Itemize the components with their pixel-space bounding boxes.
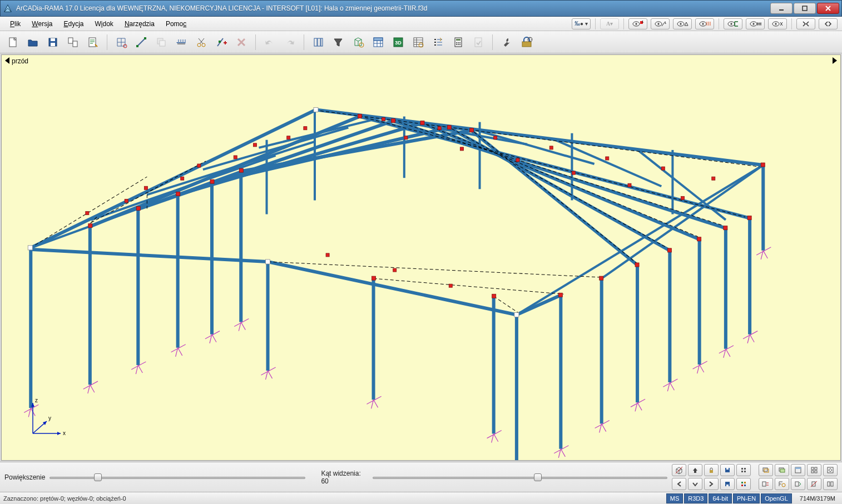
expand-button[interactable]: [819, 18, 838, 29]
filter-button[interactable]: [330, 34, 346, 51]
svg-rect-22: [51, 38, 55, 41]
menu-widok[interactable]: Widok: [90, 18, 119, 30]
svg-rect-216: [516, 158, 519, 162]
menu-wersja[interactable]: Wersja: [26, 18, 58, 30]
zoom-slider[interactable]: [49, 472, 305, 482]
svg-rect-191: [635, 263, 639, 267]
view-save-button[interactable]: [720, 464, 735, 476]
svg-rect-184: [447, 126, 451, 129]
3d-view-button[interactable]: 3D: [390, 34, 407, 51]
svg-line-170: [750, 335, 754, 342]
svg-point-47: [456, 42, 457, 43]
add-node-button[interactable]: [213, 34, 230, 51]
view-up-button[interactable]: [688, 464, 702, 476]
menu-plik[interactable]: Plik: [4, 18, 26, 30]
svg-rect-219: [681, 196, 684, 199]
svg-rect-179: [239, 168, 243, 172]
svg-line-152: [561, 449, 565, 457]
view-window-button[interactable]: [791, 464, 805, 476]
results-button[interactable]: [470, 34, 487, 51]
view-left-button[interactable]: [672, 478, 686, 490]
svg-line-91: [471, 131, 637, 265]
text-style-button[interactable]: A▾: [600, 18, 619, 29]
svg-rect-210: [125, 199, 128, 202]
load-combo-button[interactable]: ‰ ● ▾: [572, 18, 591, 29]
svg-line-146: [494, 434, 498, 442]
view-e-button[interactable]: [823, 478, 838, 490]
view-max-button[interactable]: [823, 464, 838, 476]
copy-button[interactable]: [153, 34, 170, 51]
open-file-button[interactable]: [24, 34, 41, 51]
minimize-button[interactable]: [770, 3, 793, 14]
svg-rect-236: [741, 468, 743, 470]
svg-rect-174: [28, 246, 32, 250]
properties-button[interactable]: [410, 34, 427, 51]
svg-rect-262: [828, 482, 830, 486]
delete-button[interactable]: [233, 34, 250, 51]
view-sections-button[interactable]: [724, 18, 742, 29]
viewport-3d[interactable]: przód: [1, 54, 841, 461]
view-c-button[interactable]: [791, 478, 805, 490]
groups-button[interactable]: [350, 34, 366, 51]
view-dimensions-button[interactable]: [746, 18, 765, 29]
sections-button[interactable]: [310, 34, 326, 51]
load-button[interactable]: [173, 34, 190, 51]
config-button[interactable]: [518, 34, 535, 51]
svg-line-167: [726, 349, 730, 357]
view-multi-button[interactable]: [807, 464, 821, 476]
grid-button[interactable]: [113, 34, 130, 51]
svg-rect-204: [438, 127, 441, 130]
menu-narzedzia[interactable]: Narzędzia: [119, 18, 160, 30]
view-a-button[interactable]: [759, 478, 773, 490]
view-layers1-button[interactable]: [759, 464, 773, 476]
undo-button[interactable]: [261, 34, 278, 51]
wrench-button[interactable]: [498, 34, 515, 51]
page-setup-button[interactable]: [65, 34, 81, 51]
cut-button[interactable]: [193, 34, 210, 51]
svg-rect-182: [392, 119, 395, 123]
svg-rect-194: [514, 312, 519, 317]
fov-slider[interactable]: [373, 472, 667, 482]
view-layers2-button[interactable]: [775, 464, 789, 476]
svg-rect-192: [600, 276, 603, 280]
view-nodes-button[interactable]: 11: [628, 18, 647, 29]
view-refresh-button[interactable]: [736, 478, 751, 490]
svg-text:11: 11: [665, 21, 666, 24]
draw-bar-button[interactable]: [133, 34, 150, 51]
menu-edycja[interactable]: Edycja: [58, 18, 89, 30]
svg-line-173: [763, 251, 767, 258]
view-d-button[interactable]: [807, 478, 821, 490]
redo-button[interactable]: [281, 34, 298, 51]
statusbar: Zaznaczono: prętów-0; węzłów-0; obciążeń…: [0, 492, 842, 504]
save-file-button[interactable]: [44, 34, 61, 51]
view-bars-button[interactable]: 11: [651, 18, 670, 29]
close-button[interactable]: [817, 3, 839, 14]
svg-rect-26: [89, 38, 96, 47]
svg-rect-247: [815, 467, 817, 470]
view-supports-button[interactable]: [673, 18, 692, 29]
svg-line-131: [178, 348, 182, 356]
settings-list-button[interactable]: [430, 34, 447, 51]
menu-pomoc[interactable]: Pomoc: [160, 18, 192, 30]
view-down-button[interactable]: [688, 478, 702, 490]
new-file-button[interactable]: [4, 34, 21, 51]
svg-text:3D: 3D: [395, 40, 402, 46]
view-fit-button[interactable]: [672, 464, 686, 476]
view-right-button[interactable]: [704, 478, 719, 490]
view-show-all-button[interactable]: [768, 18, 787, 29]
view-loads-button[interactable]: [695, 18, 714, 29]
calculator-button[interactable]: [450, 34, 467, 51]
svg-rect-193: [558, 293, 562, 297]
table-button[interactable]: [370, 34, 387, 51]
view-lock-button[interactable]: [704, 464, 719, 476]
svg-line-140: [268, 371, 273, 378]
view-b-button[interactable]: [775, 478, 789, 490]
badge-r3d3: R3D3: [684, 493, 707, 503]
maximize-button[interactable]: [794, 3, 816, 14]
report-button[interactable]: [85, 34, 101, 51]
svg-rect-186: [761, 163, 765, 167]
svg-rect-23: [51, 43, 55, 46]
view-load2-button[interactable]: [720, 478, 735, 490]
view-grid-button[interactable]: [736, 464, 751, 476]
collapse-button[interactable]: [796, 18, 815, 29]
